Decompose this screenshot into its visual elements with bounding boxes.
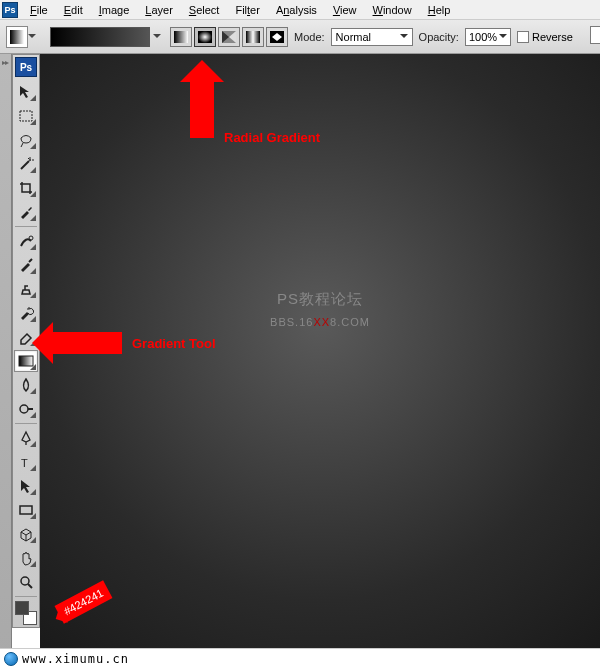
gradient-type-reflected[interactable]	[242, 27, 264, 47]
pen-tool[interactable]	[14, 427, 38, 449]
menu-bar: Ps File Edit Image Layer Select Filter A…	[0, 0, 600, 20]
type-tool[interactable]: T	[14, 451, 38, 473]
menu-window[interactable]: Window	[365, 2, 420, 18]
menu-analysis[interactable]: Analysis	[268, 2, 325, 18]
gradient-editor[interactable]	[50, 27, 150, 47]
footer-url: www.ximumu.cn	[22, 652, 129, 666]
mode-label: Mode:	[294, 31, 325, 43]
crop-tool[interactable]	[14, 177, 38, 199]
healing-brush-tool[interactable]	[14, 230, 38, 252]
marquee-tool[interactable]	[14, 105, 38, 127]
gradient-type-radial[interactable]	[194, 27, 216, 47]
svg-point-8	[29, 236, 33, 240]
zoom-tool[interactable]	[14, 571, 38, 593]
mode-value: Normal	[336, 31, 371, 43]
globe-icon	[4, 652, 18, 666]
tool-preset-picker[interactable]	[6, 26, 28, 48]
magic-wand-tool[interactable]	[14, 153, 38, 175]
foreground-color-swatch[interactable]	[15, 601, 29, 615]
dock-strip[interactable]: ▸▸	[0, 54, 12, 668]
menu-help[interactable]: Help	[420, 2, 459, 18]
svg-text:T: T	[21, 457, 28, 469]
ps-badge: Ps	[15, 57, 37, 77]
reverse-label: Reverse	[532, 31, 573, 43]
chevron-down-icon	[499, 34, 507, 42]
eyedropper-tool[interactable]	[14, 201, 38, 223]
opacity-label: Opacity:	[419, 31, 459, 43]
gradient-type-angle[interactable]	[218, 27, 240, 47]
svg-rect-0	[174, 31, 188, 43]
shape-tool[interactable]	[14, 499, 38, 521]
annotation-text-gradient-tool: Gradient Tool	[132, 336, 216, 351]
menu-edit[interactable]: Edit	[56, 2, 91, 18]
blur-tool[interactable]	[14, 374, 38, 396]
gradient-type-group	[170, 27, 288, 47]
annotation-text-radial: Radial Gradient	[224, 130, 320, 145]
dodge-tool[interactable]	[14, 398, 38, 420]
menu-layer[interactable]: Layer	[137, 2, 181, 18]
history-brush-tool[interactable]	[14, 302, 38, 324]
move-tool[interactable]	[14, 81, 38, 103]
menu-image[interactable]: Image	[91, 2, 138, 18]
opacity-value: 100%	[469, 31, 497, 43]
gradient-type-diamond[interactable]	[266, 27, 288, 47]
svg-point-7	[29, 159, 31, 161]
clone-stamp-tool[interactable]	[14, 278, 38, 300]
svg-point-13	[21, 577, 29, 585]
path-selection-tool[interactable]	[14, 475, 38, 497]
watermark-line2: BBS.16XX8.COM	[40, 312, 600, 329]
hand-tool[interactable]	[14, 547, 38, 569]
color-swatches[interactable]	[15, 601, 37, 625]
annotation-arrow-gradient-tool	[50, 332, 122, 354]
svg-rect-3	[246, 31, 260, 43]
app-icon: Ps	[2, 2, 18, 18]
brush-tool[interactable]	[14, 254, 38, 276]
options-bar: Mode: Normal Opacity: 100% Reverse	[0, 20, 600, 54]
mode-select[interactable]: Normal	[331, 28, 413, 46]
opacity-input[interactable]: 100%	[465, 28, 511, 46]
menu-select[interactable]: Select	[181, 2, 228, 18]
reverse-checkbox[interactable]: Reverse	[517, 31, 573, 43]
menu-view[interactable]: View	[325, 2, 365, 18]
watermark-line1: PS教程论坛	[40, 290, 600, 309]
expand-icon: ▸▸	[2, 58, 8, 67]
svg-rect-1	[198, 31, 212, 43]
footer-bar: www.ximumu.cn	[0, 648, 600, 668]
menu-file[interactable]: File	[22, 2, 56, 18]
lasso-tool[interactable]	[14, 129, 38, 151]
chevron-down-icon	[400, 34, 408, 42]
menu-filter[interactable]: Filter	[227, 2, 267, 18]
3d-tool[interactable]	[14, 523, 38, 545]
dither-checkbox-partial[interactable]	[590, 26, 600, 44]
gradient-type-linear[interactable]	[170, 27, 192, 47]
checkbox-icon	[517, 31, 529, 43]
svg-point-10	[20, 405, 28, 413]
annotation-arrow-radial	[190, 78, 214, 138]
